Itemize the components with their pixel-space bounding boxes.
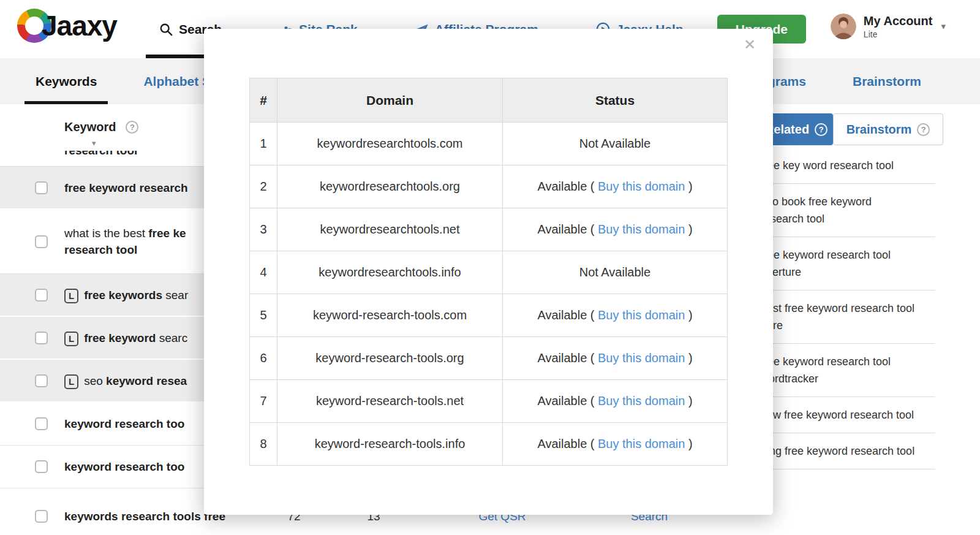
related-keyword-item[interactable]: new free keyword research tool bbox=[760, 397, 935, 433]
domain-row-number: 6 bbox=[250, 337, 277, 380]
close-icon[interactable]: ✕ bbox=[744, 37, 756, 52]
buy-domain-link[interactable]: Buy this domain bbox=[598, 437, 685, 450]
buy-domain-link[interactable]: Buy this domain bbox=[598, 394, 685, 408]
domain-row: 5keyword-research-tools.comAvailable ( B… bbox=[250, 294, 728, 337]
related-keyword-item[interactable]: free keyword research tool wordtracker bbox=[760, 344, 935, 397]
checkbox-cell bbox=[0, 332, 58, 344]
domain-status: Available ( Buy this domain ) bbox=[503, 337, 728, 380]
related-keyword-item[interactable]: best free keyword research tool here bbox=[760, 290, 935, 344]
domain-status: Available ( Buy this domain ) bbox=[503, 165, 728, 208]
keyword-segment: free keyword research bbox=[64, 181, 188, 194]
domain-row-number: 5 bbox=[250, 294, 277, 337]
domain-row: 7keyword-research-tools.netAvailable ( B… bbox=[250, 380, 728, 423]
account-menu[interactable]: My Account Lite ▾ bbox=[831, 13, 946, 39]
related-keyword-item[interactable]: free keyword research tool overture bbox=[760, 237, 935, 290]
related-keyword-list: free key word research toolseo book free… bbox=[760, 148, 935, 469]
domain-row-number: 7 bbox=[250, 380, 277, 423]
domain-row: 1keywordresearchtools.comNot Available bbox=[250, 123, 728, 165]
row-checkbox[interactable] bbox=[35, 417, 48, 430]
domain-row-number: 1 bbox=[250, 123, 277, 165]
domain-name: keyword-research-tools.org bbox=[277, 337, 503, 380]
domain-row-number: 2 bbox=[250, 165, 277, 208]
domain-name: keyword-research-tools.info bbox=[277, 423, 503, 466]
row-checkbox[interactable] bbox=[35, 332, 48, 344]
tab-brainstorm-label: Brainstorm bbox=[846, 123, 912, 137]
jaaxy-logo-text: Jaaxy bbox=[42, 9, 117, 42]
related-keyword-item[interactable]: seo book free keyword research tool bbox=[760, 184, 935, 237]
jaaxy-logo[interactable]: Jaaxy bbox=[17, 9, 117, 43]
tab-brainstorm[interactable]: Brainstorm bbox=[842, 58, 932, 104]
domain-table-header-num: # bbox=[250, 78, 277, 123]
keyword-segment: keywords research tools free bbox=[64, 510, 225, 523]
keyword-segment: searc bbox=[156, 332, 187, 344]
keyword-segment: keyword resea bbox=[106, 374, 187, 387]
domain-name: keywordresearchtools.net bbox=[277, 208, 503, 251]
buy-domain-link[interactable]: Buy this domain bbox=[598, 308, 685, 322]
row-checkbox[interactable] bbox=[35, 374, 48, 387]
keyword-segment: seo bbox=[84, 374, 106, 387]
keyword-segment: what is the best bbox=[64, 227, 148, 240]
keyword-segment: keyword research too bbox=[64, 417, 184, 430]
sort-caret-icon[interactable]: ▾ bbox=[92, 138, 96, 148]
account-text: My Account Lite bbox=[864, 14, 933, 39]
account-plan: Lite bbox=[864, 29, 933, 39]
keyword-segment: keyword research too bbox=[64, 460, 184, 473]
domain-row: 6keyword-research-tools.orgAvailable ( B… bbox=[250, 337, 728, 380]
avatar-image bbox=[831, 13, 856, 39]
related-panel: Related ? Brainstorm ? free key word res… bbox=[760, 104, 980, 535]
domain-table-header-domain: Domain bbox=[277, 78, 503, 123]
domain-status: Available ( Buy this domain ) bbox=[503, 380, 728, 423]
domain-availability-modal: ✕ #DomainStatus 1keywordresearchtools.co… bbox=[204, 29, 773, 515]
help-icon[interactable]: ? bbox=[126, 121, 138, 134]
avatar bbox=[831, 13, 856, 39]
checkbox-cell bbox=[0, 289, 58, 302]
domain-table: #DomainStatus 1keywordresearchtools.comN… bbox=[249, 78, 728, 466]
domain-row-number: 8 bbox=[250, 423, 277, 466]
keyword-segment: free keywords bbox=[84, 289, 162, 302]
row-checkbox[interactable] bbox=[35, 235, 48, 248]
keyword-segment: free keyword bbox=[84, 332, 156, 344]
domain-status: Not Available bbox=[503, 251, 728, 294]
row-checkbox[interactable] bbox=[35, 510, 48, 523]
domain-row: 2keywordresearchtools.orgAvailable ( Buy… bbox=[250, 165, 728, 208]
related-keyword-item[interactable]: free key word research tool bbox=[760, 148, 935, 184]
keyword-text[interactable]: research tool bbox=[58, 151, 137, 159]
keyword-segment: research tool bbox=[64, 243, 137, 256]
domain-status: Available ( Buy this domain ) bbox=[503, 294, 728, 337]
account-name: My Account bbox=[864, 14, 933, 28]
tab-brainstorm[interactable]: Brainstorm ? bbox=[833, 113, 943, 145]
checkbox-cell bbox=[0, 235, 58, 248]
saved-list-badge: L bbox=[64, 374, 78, 389]
checkbox-cell bbox=[0, 417, 58, 430]
keyword-segment: sear bbox=[162, 289, 188, 302]
domain-row-number: 4 bbox=[250, 251, 277, 294]
magnifier-icon bbox=[159, 23, 173, 36]
related-keyword-item[interactable]: bing free keyword research tool bbox=[760, 433, 935, 469]
domain-status: Not Available bbox=[503, 123, 728, 165]
row-checkbox[interactable] bbox=[35, 181, 48, 194]
domain-name: keywordresearchtools.com bbox=[277, 123, 503, 165]
checkbox-cell bbox=[0, 374, 58, 387]
checkbox-cell bbox=[0, 510, 58, 523]
checkbox-cell bbox=[0, 460, 58, 473]
keyword-segment: research tool bbox=[64, 151, 137, 157]
buy-domain-link[interactable]: Buy this domain bbox=[598, 222, 685, 236]
tab-keywords[interactable]: Keywords bbox=[24, 58, 108, 104]
domain-status: Available ( Buy this domain ) bbox=[503, 208, 728, 251]
keyword-column-label[interactable]: Keyword bbox=[64, 120, 116, 134]
chevron-down-icon: ▾ bbox=[941, 21, 946, 32]
saved-list-badge: L bbox=[64, 289, 78, 303]
row-checkbox[interactable] bbox=[35, 289, 48, 302]
domain-row-number: 3 bbox=[250, 208, 277, 251]
domain-name: keywordresearchtools.info bbox=[277, 251, 503, 294]
help-icon: ? bbox=[815, 123, 827, 136]
domain-row: 3keywordresearchtools.netAvailable ( Buy… bbox=[250, 208, 728, 251]
domain-row: 4keywordresearchtools.infoNot Available bbox=[250, 251, 728, 294]
domain-name: keywordresearchtools.org bbox=[277, 165, 503, 208]
domain-name: keyword-research-tools.net bbox=[277, 380, 503, 423]
row-checkbox[interactable] bbox=[35, 460, 48, 473]
domain-name: keyword-research-tools.com bbox=[277, 294, 503, 337]
buy-domain-link[interactable]: Buy this domain bbox=[598, 180, 685, 193]
keyword-segment: free ke bbox=[148, 227, 186, 240]
buy-domain-link[interactable]: Buy this domain bbox=[598, 351, 685, 365]
